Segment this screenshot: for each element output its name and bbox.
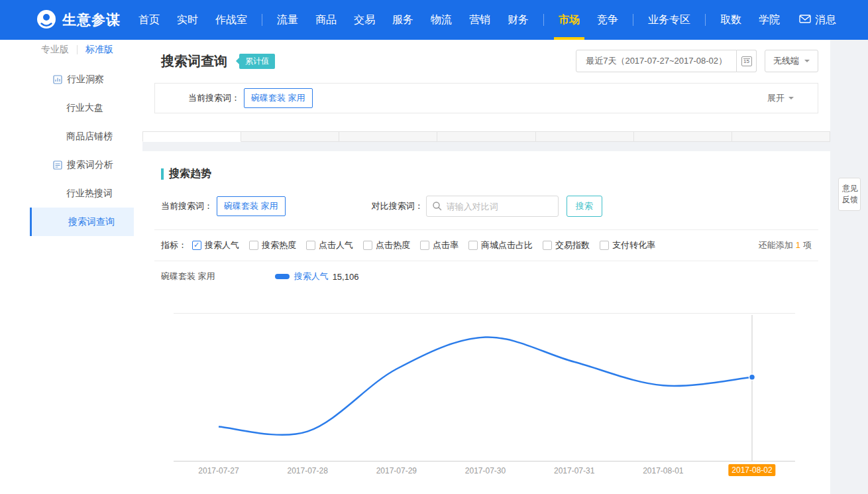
metric-click-popularity[interactable]: 点击人气 bbox=[306, 239, 353, 251]
nav-finance[interactable]: 财务 bbox=[499, 0, 537, 40]
nav-divider bbox=[633, 14, 633, 26]
checkbox-icon bbox=[363, 241, 372, 250]
trend-chart-svg bbox=[174, 314, 795, 461]
trend-chart[interactable] bbox=[174, 313, 795, 462]
metric-label: 商城点击占比 bbox=[481, 239, 533, 251]
chevron-down-icon bbox=[804, 60, 810, 65]
sidebar-item-product-shop-rank[interactable]: 商品店铺榜 bbox=[0, 122, 142, 151]
nav-marketing[interactable]: 营销 bbox=[461, 0, 499, 40]
calendar-button[interactable]: 15 bbox=[737, 50, 757, 72]
metric-label: 点击率 bbox=[433, 239, 459, 251]
logo-text: 生意参谋 bbox=[62, 11, 121, 29]
section-title: 搜索趋势 bbox=[169, 167, 211, 181]
x-axis-labels: 2017-07-272017-07-282017-07-292017-07-30… bbox=[174, 462, 795, 481]
compare-word-label: 对比搜索词： bbox=[372, 200, 423, 212]
metrics-label: 指标： bbox=[161, 239, 187, 251]
nav-logistics[interactable]: 物流 bbox=[422, 0, 461, 40]
bar-chart-icon bbox=[53, 75, 62, 84]
nav-data-extract[interactable]: 取数 bbox=[712, 0, 750, 40]
legend-metric[interactable]: 搜索人气 bbox=[294, 271, 329, 282]
x-axis-label: 2017-07-28 bbox=[287, 466, 327, 475]
doc-chart-icon bbox=[53, 160, 62, 170]
metric-pay-conversion[interactable]: 支付转化率 bbox=[600, 239, 655, 251]
nav-home[interactable]: 首页 bbox=[130, 0, 168, 40]
terminal-label: 无线端 bbox=[773, 50, 799, 72]
expand-toggle[interactable]: 展开 bbox=[767, 92, 794, 104]
sidebar-item-label: 行业大盘 bbox=[66, 93, 103, 122]
sidebar: 专业版 标准版 行业洞察 行业大盘 商品店铺榜 搜索词分析 行业热搜词 搜索词查… bbox=[0, 40, 142, 494]
tab-pro-version[interactable]: 专业版 bbox=[41, 44, 69, 56]
expand-label: 展开 bbox=[767, 92, 785, 104]
content-tab[interactable] bbox=[241, 131, 339, 142]
checkbox-icon bbox=[600, 241, 609, 250]
feedback-label: 意见反馈 bbox=[842, 183, 858, 206]
nav-market[interactable]: 市场 bbox=[550, 0, 588, 40]
nav-trade[interactable]: 交易 bbox=[345, 0, 384, 40]
content-tab-strip bbox=[142, 131, 830, 142]
nav-product[interactable]: 商品 bbox=[307, 0, 345, 40]
metric-label: 点击热度 bbox=[376, 239, 410, 251]
sidebar-item-industry-hot-words[interactable]: 行业热搜词 bbox=[0, 179, 142, 208]
nav-business-zone[interactable]: 业务专区 bbox=[639, 0, 699, 40]
nav-service[interactable]: 服务 bbox=[384, 0, 422, 40]
x-axis-label[interactable]: 2017-08-02 bbox=[728, 464, 775, 476]
metric-mall-click-share[interactable]: 商城点击占比 bbox=[468, 239, 533, 251]
sidebar-item-label: 搜索词分析 bbox=[67, 151, 113, 179]
sidebar-item-industry-dashboard[interactable]: 行业大盘 bbox=[0, 93, 142, 122]
badge-arrow bbox=[233, 58, 239, 64]
remain-count: 1 bbox=[796, 240, 800, 250]
current-word-label: 当前搜索词： bbox=[161, 200, 213, 212]
metric-trade-index[interactable]: 交易指数 bbox=[543, 239, 590, 251]
metric-label: 点击人气 bbox=[319, 239, 353, 251]
sidebar-item-search-word-analysis[interactable]: 搜索词分析 bbox=[0, 151, 142, 179]
current-word-chip[interactable]: 碗碟套装 家用 bbox=[244, 88, 313, 108]
chart-legend: 碗碟套装 家用 搜索人气 15,106 bbox=[142, 261, 830, 282]
sidebar-item-industry-insight[interactable]: 行业洞察 bbox=[0, 65, 142, 93]
metric-click-heat[interactable]: 点击热度 bbox=[363, 239, 410, 251]
x-axis-label: 2017-08-01 bbox=[643, 466, 683, 475]
app-logo[interactable]: 生意参谋 bbox=[36, 9, 121, 31]
current-word-bar: 当前搜索词： 碗碟套装 家用 展开 bbox=[154, 83, 818, 113]
content-tab[interactable] bbox=[339, 131, 437, 142]
sidebar-item-label: 行业热搜词 bbox=[66, 179, 113, 208]
metric-search-popularity[interactable]: 搜索人气 bbox=[192, 239, 239, 251]
metric-label: 支付转化率 bbox=[612, 239, 655, 251]
checkbox-icon bbox=[543, 241, 552, 250]
metric-label: 搜索人气 bbox=[205, 239, 239, 251]
logo-icon bbox=[36, 9, 56, 31]
current-word-chip[interactable]: 碗碟套装 家用 bbox=[217, 196, 286, 216]
content-tab[interactable] bbox=[142, 131, 241, 142]
sidebar-item-label: 行业洞察 bbox=[67, 65, 104, 93]
main-area: 搜索词查询 累计值 最近7天（2017-07-27~2017-08-02） 15… bbox=[142, 40, 868, 494]
feedback-button[interactable]: 意见反馈 bbox=[838, 178, 861, 211]
search-trend-card: 搜索趋势 当前搜索词： 碗碟套装 家用 对比搜索词： 搜索 bbox=[142, 151, 830, 494]
metric-search-heat[interactable]: 搜索热度 bbox=[249, 239, 296, 251]
chevron-down-icon bbox=[788, 97, 794, 102]
nav-academy[interactable]: 学院 bbox=[750, 0, 788, 40]
trend-line bbox=[219, 337, 752, 434]
content-tab[interactable] bbox=[536, 131, 634, 142]
compare-word-input[interactable] bbox=[426, 196, 559, 217]
nav-realtime[interactable]: 实时 bbox=[168, 0, 207, 40]
search-button[interactable]: 搜索 bbox=[567, 196, 602, 217]
remain-suffix: 项 bbox=[803, 240, 812, 250]
date-range-picker[interactable]: 最近7天（2017-07-27~2017-08-02） bbox=[576, 50, 737, 72]
x-axis-label: 2017-07-30 bbox=[465, 466, 506, 475]
nav-competition[interactable]: 竞争 bbox=[588, 0, 627, 40]
trend-controls: 当前搜索词： 碗碟套装 家用 对比搜索词： 搜索 bbox=[142, 195, 830, 217]
content-tab[interactable] bbox=[437, 131, 535, 142]
version-tabs: 专业版 标准版 bbox=[0, 40, 142, 65]
page-title: 搜索词查询 bbox=[161, 52, 227, 70]
metric-click-rate[interactable]: 点击率 bbox=[420, 239, 459, 251]
terminal-select[interactable]: 无线端 bbox=[765, 50, 818, 72]
sidebar-item-search-word-query[interactable]: 搜索词查询 bbox=[30, 208, 134, 236]
nav-traffic[interactable]: 流量 bbox=[268, 0, 307, 40]
nav-message[interactable]: 消息 bbox=[799, 13, 836, 27]
nav-war-room[interactable]: 作战室 bbox=[207, 0, 256, 40]
nav-divider bbox=[543, 14, 544, 26]
nav-divider bbox=[705, 14, 706, 26]
content-tab[interactable] bbox=[732, 131, 830, 142]
content-tab[interactable] bbox=[634, 131, 732, 142]
metrics-row: 指标： 搜索人气 搜索热度 点击人气 点击热度 bbox=[154, 229, 818, 261]
tab-standard-version[interactable]: 标准版 bbox=[85, 44, 113, 56]
